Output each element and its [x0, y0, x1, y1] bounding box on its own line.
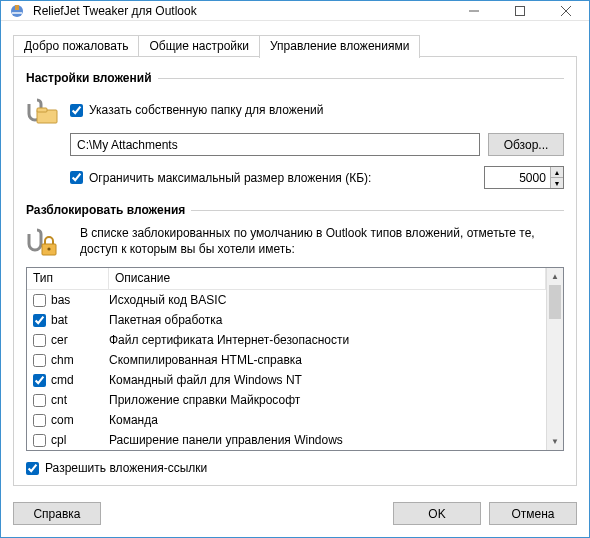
svg-rect-4 — [516, 6, 525, 15]
footer: Справка OK Отмена — [1, 492, 589, 537]
limit-size-checkbox[interactable]: Ограничить максимальный размер вложения … — [70, 171, 476, 185]
blocked-types-list: Тип Описание basИсходный код BASICbatПак… — [26, 267, 564, 451]
row-desc: Исходный код BASIC — [109, 293, 540, 307]
spinner-buttons: ▲ ▼ — [550, 167, 563, 188]
row-checkbox[interactable] — [33, 294, 46, 307]
row-ext: bas — [51, 293, 70, 307]
group-heading-attachments: Настройки вложений — [26, 71, 564, 85]
table-row[interactable]: basИсходный код BASIC — [27, 290, 546, 310]
cell-type: cnt — [33, 393, 109, 407]
row-checkbox[interactable] — [33, 314, 46, 327]
limit-size-checkbox-label: Ограничить максимальный размер вложения … — [89, 171, 371, 185]
row-desc: Приложение справки Майкрософт — [109, 393, 540, 407]
window-controls — [451, 1, 589, 20]
row-ext: cpl — [51, 433, 66, 447]
tab-welcome[interactable]: Добро пожаловать — [13, 35, 139, 57]
spinner-down[interactable]: ▼ — [551, 178, 563, 188]
row-checkbox[interactable] — [33, 334, 46, 347]
cell-type: cmd — [33, 373, 109, 387]
scroll-down-button[interactable]: ▼ — [547, 433, 563, 450]
allow-links-checkbox-input[interactable] — [26, 462, 39, 475]
help-button[interactable]: Справка — [13, 502, 101, 525]
app-icon — [9, 3, 25, 19]
row-ext: cnt — [51, 393, 67, 407]
svg-rect-8 — [37, 108, 47, 112]
row-desc: Команда — [109, 413, 540, 427]
titlebar: ReliefJet Tweaker для Outlook — [1, 1, 589, 21]
group-label: Разблокировать вложения — [26, 203, 191, 217]
allow-links-row: Разрешить вложения-ссылки — [26, 461, 564, 475]
limit-size-value[interactable] — [485, 171, 550, 185]
cell-type: bas — [33, 293, 109, 307]
app-window: ReliefJet Tweaker для Outlook Добро пожа… — [0, 0, 590, 538]
group-heading-unblock: Разблокировать вложения — [26, 203, 564, 217]
table-row[interactable]: cmdКомандный файл для Windows NT — [27, 370, 546, 390]
row-checkbox[interactable] — [33, 354, 46, 367]
row-desc: Пакетная обработка — [109, 313, 540, 327]
table-row[interactable]: batПакетная обработка — [27, 310, 546, 330]
table-row[interactable]: cplРасширение панели управления Windows — [27, 430, 546, 450]
svg-rect-1 — [15, 5, 19, 10]
row-ext: com — [51, 413, 74, 427]
allow-links-checkbox[interactable]: Разрешить вложения-ссылки — [26, 461, 207, 475]
row-desc: Файл сертификата Интернет-безопасности — [109, 333, 540, 347]
list-body: basИсходный код BASICbatПакетная обработ… — [27, 290, 546, 450]
limit-size-spinner[interactable]: ▲ ▼ — [484, 166, 564, 189]
custom-folder-checkbox-input[interactable] — [70, 104, 83, 117]
folder-path-row: Обзор... — [70, 133, 564, 156]
column-desc[interactable]: Описание — [109, 268, 546, 289]
window-title: ReliefJet Tweaker для Outlook — [33, 4, 451, 18]
row-ext: cmd — [51, 373, 74, 387]
list-header: Тип Описание — [27, 268, 546, 290]
browse-button[interactable]: Обзор... — [488, 133, 564, 156]
unblock-description: В списке заблокированных по умолчанию в … — [80, 225, 564, 257]
minimize-button[interactable] — [451, 1, 497, 20]
table-row[interactable]: chmСкомпилированная HTML-справка — [27, 350, 546, 370]
client-area: Добро пожаловать Общие настройки Управле… — [1, 21, 589, 492]
cancel-button[interactable]: Отмена — [489, 502, 577, 525]
row-desc: Командный файл для Windows NT — [109, 373, 540, 387]
list-scroll: Тип Описание basИсходный код BASICbatПак… — [27, 268, 546, 450]
close-button[interactable] — [543, 1, 589, 20]
svg-rect-2 — [12, 12, 22, 14]
unblock-desc-row: В списке заблокированных по умолчанию в … — [26, 225, 564, 259]
row-checkbox[interactable] — [33, 414, 46, 427]
row-checkbox[interactable] — [33, 434, 46, 447]
custom-folder-checkbox[interactable]: Указать собственную папку для вложений — [70, 103, 323, 117]
tab-attachments[interactable]: Управление вложениями — [259, 35, 420, 58]
cell-type: cpl — [33, 433, 109, 447]
cell-type: com — [33, 413, 109, 427]
custom-folder-row: Указать собственную папку для вложений — [26, 93, 564, 127]
table-row[interactable]: cntПриложение справки Майкрософт — [27, 390, 546, 410]
group-rule — [191, 210, 564, 211]
column-type[interactable]: Тип — [27, 268, 109, 289]
folder-path-input[interactable] — [70, 133, 480, 156]
spinner-up[interactable]: ▲ — [551, 167, 563, 178]
allow-links-checkbox-label: Разрешить вложения-ссылки — [45, 461, 207, 475]
attachment-lock-icon — [26, 225, 60, 259]
scroll-track[interactable] — [547, 285, 563, 433]
tab-page-attachments: Настройки вложений Указать собственную п… — [13, 57, 577, 486]
table-row[interactable]: cerФайл сертификата Интернет-безопасност… — [27, 330, 546, 350]
row-desc: Скомпилированная HTML-справка — [109, 353, 540, 367]
custom-folder-checkbox-label: Указать собственную папку для вложений — [89, 103, 323, 117]
scroll-up-button[interactable]: ▲ — [547, 268, 563, 285]
row-ext: cer — [51, 333, 68, 347]
group-rule — [158, 78, 564, 79]
limit-size-checkbox-input[interactable] — [70, 171, 83, 184]
ok-button[interactable]: OK — [393, 502, 481, 525]
row-checkbox[interactable] — [33, 394, 46, 407]
limit-size-row: Ограничить максимальный размер вложения … — [70, 166, 564, 189]
scrollbar[interactable]: ▲ ▼ — [546, 268, 563, 450]
tab-general[interactable]: Общие настройки — [138, 35, 260, 57]
svg-point-10 — [47, 247, 50, 250]
table-row[interactable]: comКоманда — [27, 410, 546, 430]
scroll-thumb[interactable] — [549, 285, 561, 319]
maximize-button[interactable] — [497, 1, 543, 20]
row-ext: bat — [51, 313, 68, 327]
row-ext: chm — [51, 353, 74, 367]
cell-type: cer — [33, 333, 109, 347]
attachment-folder-icon — [26, 93, 60, 127]
group-label: Настройки вложений — [26, 71, 158, 85]
row-checkbox[interactable] — [33, 374, 46, 387]
